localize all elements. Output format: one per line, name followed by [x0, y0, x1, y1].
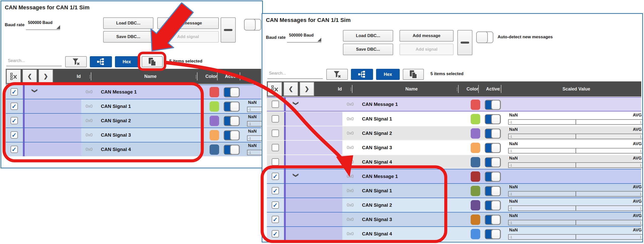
- baud-rate-dropdown[interactable]: 500000 Baud: [287, 31, 321, 43]
- table-row[interactable]: ✓ 0x0 CAN Signal 4 NaN AVG -1 1: [6, 142, 261, 156]
- chevron-down-icon[interactable]: ❯: [292, 101, 299, 109]
- row-checkbox[interactable]: ✓: [11, 117, 18, 124]
- load-dbc-button[interactable]: Load DBC...: [343, 30, 393, 42]
- add-message-button[interactable]: Add message: [157, 17, 219, 29]
- row-name[interactable]: CAN Signal 4: [101, 142, 202, 156]
- toggle-knob[interactable]: [491, 114, 501, 124]
- row-checkbox[interactable]: [272, 101, 279, 108]
- toggle-knob[interactable]: [491, 200, 501, 210]
- active-toggle[interactable]: [224, 130, 240, 140]
- toggle-checkbox-column-button[interactable]: [267, 82, 282, 96]
- column-header-name[interactable]: Name: [127, 69, 174, 84]
- column-header-id[interactable]: Id: [66, 69, 91, 84]
- scaled-range-slider[interactable]: -1 1: [247, 121, 263, 127]
- scaled-range-slider[interactable]: -1 1: [508, 234, 643, 240]
- expand-all-button[interactable]: ❯: [38, 69, 53, 83]
- color-chip[interactable]: [471, 229, 480, 239]
- table-row[interactable]: ❯ 0x0 CAN Message 1: [267, 97, 641, 111]
- toggle-knob[interactable]: [491, 186, 501, 196]
- table-row[interactable]: 0x0 CAN Signal 3 NaN AVG -1 1: [267, 140, 641, 155]
- row-name[interactable]: CAN Signal 4: [362, 227, 463, 241]
- toggle-knob[interactable]: [230, 102, 239, 112]
- chevron-down-icon[interactable]: ❯: [292, 173, 299, 180]
- row-name[interactable]: CAN Message 1: [101, 85, 202, 99]
- table-row[interactable]: ✓ 0x0 CAN Signal 1 NaN AVG -1 1: [267, 183, 641, 198]
- autodetect-checkbox[interactable]: [244, 19, 261, 30]
- row-checkbox[interactable]: [272, 158, 279, 166]
- active-toggle[interactable]: [485, 215, 501, 225]
- row-name[interactable]: CAN Signal 3: [362, 212, 463, 226]
- column-header-scaled-value[interactable]: Scaled Value: [546, 81, 607, 97]
- table-row[interactable]: ✓ 0x0 CAN Signal 3 NaN AVG -1 1: [6, 128, 261, 142]
- color-chip[interactable]: [471, 200, 480, 210]
- color-chip[interactable]: [471, 100, 480, 110]
- active-toggle[interactable]: [485, 200, 501, 210]
- autodetect-checkbox[interactable]: [476, 32, 493, 43]
- table-row[interactable]: ✓ 0x0 CAN Signal 4 NaN AVG -1 1: [267, 226, 641, 241]
- search-input[interactable]: Search...: [6, 57, 62, 66]
- scaled-range-slider[interactable]: -1 1: [508, 220, 643, 225]
- clear-filter-button[interactable]: [65, 56, 87, 67]
- row-name[interactable]: CAN Signal 3: [362, 141, 463, 155]
- active-toggle[interactable]: [224, 102, 240, 112]
- color-chip[interactable]: [471, 215, 480, 225]
- chevron-down-icon[interactable]: ❯: [30, 88, 38, 96]
- row-checkbox[interactable]: ✓: [272, 187, 279, 194]
- table-row[interactable]: 0x0 CAN Signal 2 NaN AVG -1 1: [267, 126, 641, 140]
- color-chip[interactable]: [210, 144, 219, 155]
- row-name[interactable]: CAN Signal 1: [362, 112, 463, 126]
- toggle-knob[interactable]: [491, 172, 501, 182]
- color-chip[interactable]: [471, 143, 480, 153]
- table-row[interactable]: ✓ 0x0 CAN Signal 2 NaN AVG -1 1: [6, 113, 261, 128]
- row-checkbox[interactable]: [272, 144, 279, 151]
- table-row[interactable]: 0x0 CAN Signal 1 NaN AVG -1 1: [267, 111, 641, 126]
- toggle-knob[interactable]: [491, 143, 501, 153]
- row-checkbox[interactable]: ✓: [272, 201, 279, 209]
- row-checkbox[interactable]: [272, 115, 279, 123]
- row-checkbox[interactable]: ✓: [272, 216, 279, 223]
- remove-button[interactable]: [457, 30, 472, 55]
- scaled-range-slider[interactable]: -1 1: [508, 119, 643, 125]
- tree-view-button[interactable]: [90, 56, 112, 67]
- collapse-all-button[interactable]: ❮: [22, 69, 37, 83]
- toggle-knob[interactable]: [230, 130, 239, 140]
- scaled-range-slider[interactable]: -1 1: [247, 135, 263, 141]
- color-chip[interactable]: [471, 186, 480, 196]
- clear-filter-button[interactable]: [326, 69, 348, 80]
- active-toggle[interactable]: [224, 116, 240, 126]
- copy-button[interactable]: [403, 69, 424, 80]
- row-checkbox[interactable]: ✓: [272, 230, 279, 237]
- table-row[interactable]: ✓ 0x0 CAN Signal 1 NaN AVG -1 1: [6, 99, 261, 113]
- row-name[interactable]: CAN Message 1: [362, 169, 463, 183]
- row-name[interactable]: CAN Signal 2: [362, 126, 463, 140]
- row-name[interactable]: CAN Signal 3: [101, 128, 202, 142]
- color-chip[interactable]: [471, 171, 480, 182]
- row-checkbox[interactable]: ✓: [11, 131, 18, 139]
- row-name[interactable]: CAN Signal 2: [101, 114, 202, 128]
- active-toggle[interactable]: [224, 87, 240, 97]
- column-resize-handle[interactable]: ⋮: [499, 85, 501, 93]
- hex-toggle-button[interactable]: Hex: [376, 69, 400, 80]
- row-checkbox[interactable]: ✓: [272, 173, 279, 180]
- column-header-id[interactable]: Id: [327, 81, 352, 97]
- column-resize-handle[interactable]: ⋮: [350, 85, 352, 93]
- row-name[interactable]: CAN Signal 4: [362, 155, 463, 169]
- toggle-knob[interactable]: [491, 129, 501, 139]
- expand-all-button[interactable]: ❯: [300, 82, 314, 96]
- tree-view-button[interactable]: [351, 69, 373, 80]
- active-toggle[interactable]: [485, 100, 501, 110]
- toggle-checkbox-column-button[interactable]: [6, 69, 21, 83]
- column-resize-handle[interactable]: ⋮: [195, 72, 197, 80]
- search-input[interactable]: Search...: [267, 69, 323, 79]
- active-toggle[interactable]: [485, 114, 501, 124]
- color-chip[interactable]: [210, 101, 219, 112]
- save-dbc-button[interactable]: Save DBC...: [343, 44, 393, 55]
- scaled-range-slider[interactable]: -1 1: [508, 205, 643, 211]
- color-chip[interactable]: [210, 116, 219, 126]
- row-name[interactable]: CAN Message 1: [362, 98, 463, 111]
- toggle-knob[interactable]: [230, 145, 239, 155]
- collapse-all-button[interactable]: ❮: [284, 82, 298, 96]
- color-chip[interactable]: [471, 157, 480, 167]
- row-name[interactable]: CAN Signal 1: [362, 184, 463, 198]
- active-toggle[interactable]: [485, 157, 501, 167]
